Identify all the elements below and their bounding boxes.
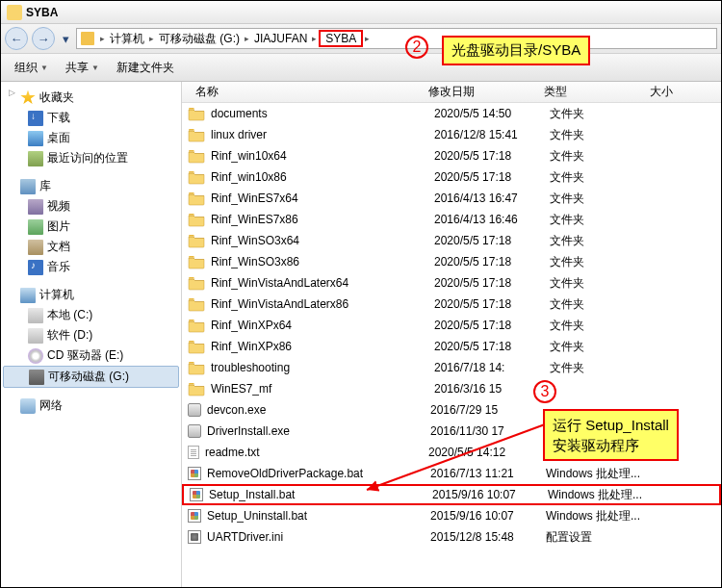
file-name: RemoveOldDriverPackage.bat [207, 467, 430, 480]
sidebar-item[interactable]: 软件 (D:) [3, 325, 179, 345]
file-row[interactable]: Rinf_WinXPx862020/5/5 17:18文件夹 [182, 336, 721, 357]
col-date[interactable]: 修改日期 [428, 82, 544, 102]
file-date: 2016/4/13 16:47 [434, 192, 550, 205]
col-name[interactable]: 名称 [182, 82, 428, 102]
sidebar-item[interactable]: 音乐 [3, 257, 179, 277]
file-type: 文件夹 [550, 318, 656, 334]
file-date: 2020/5/5 17:18 [434, 149, 550, 163]
sidebar-item[interactable]: 最近访问的位置 [3, 148, 179, 168]
bat-icon [190, 488, 203, 501]
sidebar-head-computer[interactable]: 计算机 [3, 285, 179, 305]
share-label: 共享 [65, 60, 89, 76]
file-list: documents2020/5/5 14:50文件夹linux driver20… [182, 103, 721, 587]
file-row[interactable]: Rinf_WinVistaAndLaterx862020/5/5 17:18文件… [182, 294, 721, 315]
sidebar-item[interactable]: 视频 [3, 196, 179, 217]
music-icon [28, 260, 43, 275]
sidebar-item[interactable]: 图片 [3, 217, 179, 237]
library-icon [20, 179, 36, 194]
file-name: readme.txt [205, 446, 428, 459]
sidebar-head-network[interactable]: 网络 [3, 396, 179, 416]
favorites-label: 收藏夹 [39, 89, 74, 106]
file-name: UARTDriver.ini [207, 530, 430, 544]
sidebar-item-label: CD 驱动器 (E:) [47, 347, 123, 364]
sidebar-item[interactable]: 桌面 [3, 128, 179, 148]
file-type: 文件夹 [550, 148, 656, 165]
sidebar-head-libraries[interactable]: 库 [3, 176, 179, 196]
back-button[interactable]: ← [5, 27, 28, 50]
file-date: 2016/3/16 15 [434, 382, 550, 396]
sidebar-item-label: 本地 (C:) [47, 307, 92, 323]
sidebar-favorites: ▷ 收藏夹 下载桌面最近访问的位置 [3, 88, 179, 168]
history-dropdown[interactable]: ▾ [59, 28, 72, 49]
breadcrumb-seg-current[interactable]: SYBA [319, 30, 363, 47]
chevron-right-icon[interactable]: ▸ [98, 34, 107, 43]
breadcrumb-seg-drive[interactable]: 可移动磁盘 (G:) [156, 31, 243, 47]
recent-icon [28, 151, 43, 166]
sidebar-head-favorites[interactable]: 收藏夹 [3, 88, 179, 108]
sidebar-item[interactable]: CD 驱动器 (E:) [3, 345, 179, 366]
file-date: 2015/9/16 10:07 [432, 488, 548, 501]
computer-label: 计算机 [39, 287, 74, 303]
chevron-right-icon[interactable]: ▸ [363, 34, 372, 43]
file-row[interactable]: WinES7_mf2016/3/16 15 [182, 378, 721, 399]
file-date: 2016/4/13 16:46 [434, 213, 550, 226]
file-row[interactable]: Rinf_WinVistaAndLaterx642020/5/5 17:18文件… [182, 272, 721, 294]
col-type[interactable]: 类型 [544, 82, 650, 102]
txt-icon [188, 446, 199, 459]
exe-icon [188, 403, 201, 417]
breadcrumb-seg-computer[interactable]: 计算机 [107, 31, 147, 47]
chevron-right-icon[interactable]: ▸ [243, 34, 251, 43]
file-name: devcon.exe [207, 403, 430, 417]
file-row[interactable]: Rinf_WinSO3x862020/5/5 17:18文件夹 [182, 251, 721, 272]
share-menu[interactable]: 共享▼ [65, 60, 99, 76]
file-name: Rinf_WinXPx64 [211, 319, 434, 332]
sidebar-item[interactable]: 可移动磁盘 (G:) [3, 366, 179, 388]
file-row[interactable]: troubleshooting2016/7/18 14:文件夹 [182, 357, 721, 378]
sidebar-item-label: 可移动磁盘 (G:) [48, 369, 129, 385]
new-folder-button[interactable]: 新建文件夹 [116, 60, 174, 76]
network-icon [20, 398, 36, 414]
window-titlebar: SYBA [1, 1, 721, 24]
chevron-right-icon[interactable]: ▸ [147, 34, 156, 43]
chevron-right-icon[interactable]: ▸ [310, 34, 319, 43]
file-row[interactable]: Rinf_win10x862020/5/5 17:18文件夹 [182, 166, 721, 188]
file-row[interactable]: Rinf_win10x642020/5/5 17:18文件夹 [182, 145, 721, 166]
file-name: Rinf_win10x64 [211, 149, 434, 163]
file-row[interactable]: Rinf_WinXPx642020/5/5 17:18文件夹 [182, 315, 721, 336]
sidebar-item[interactable]: 下载 [3, 108, 179, 128]
folder-icon [188, 169, 205, 185]
file-name: WinES7_mf [211, 382, 434, 396]
file-date: 2016/7/13 11:21 [430, 467, 546, 480]
file-row[interactable]: Setup_Uninstall.bat2015/9/16 10:07Window… [182, 505, 721, 526]
col-size[interactable]: 大小 [650, 82, 721, 102]
file-date: 2020/5/5 17:18 [434, 276, 550, 290]
file-row[interactable]: Rinf_WinES7x642016/4/13 16:47文件夹 [182, 188, 721, 209]
file-row[interactable]: RemoveOldDriverPackage.bat2016/7/13 11:2… [182, 463, 721, 484]
forward-button[interactable]: → [32, 27, 55, 50]
star-icon [20, 90, 36, 106]
sidebar-item[interactable]: 本地 (C:) [3, 305, 179, 325]
file-type: 文件夹 [550, 360, 656, 376]
file-row[interactable]: UARTDriver.ini2015/12/8 15:48配置设置 [182, 526, 721, 548]
file-row[interactable]: documents2020/5/5 14:50文件夹 [182, 103, 721, 124]
folder-icon [188, 339, 205, 354]
folder-icon [188, 106, 205, 121]
file-type: 文件夹 [550, 339, 656, 355]
file-date: 2020/5/5 17:18 [434, 340, 550, 353]
sidebar-item[interactable]: 文档 [3, 237, 179, 257]
file-row[interactable]: linux driver2016/12/8 15:41文件夹 [182, 124, 721, 145]
ini-icon [188, 530, 201, 544]
breadcrumb[interactable]: ▸ 计算机 ▸ 可移动磁盘 (G:) ▸ JIAJUFAN ▸ SYBA ▸ [76, 28, 717, 49]
collapse-icon[interactable]: ▷ [9, 88, 15, 97]
folder-icon [188, 127, 205, 142]
file-row[interactable]: Rinf_WinSO3x642020/5/5 17:18文件夹 [182, 230, 721, 251]
breadcrumb-seg-folder1[interactable]: JIAJUFAN [251, 32, 310, 45]
file-date: 2015/12/8 15:48 [430, 530, 546, 544]
sidebar-item-label: 图片 [47, 218, 70, 235]
bat-icon [188, 467, 201, 480]
organize-menu[interactable]: 组织▼ [14, 60, 48, 76]
file-row[interactable]: Rinf_WinES7x862016/4/13 16:46文件夹 [182, 209, 721, 230]
file-row[interactable]: Setup_Install.bat2015/9/16 10:07Windows … [182, 484, 721, 505]
sidebar-item-label: 音乐 [47, 259, 70, 275]
file-type: Windows 批处理... [546, 508, 652, 524]
